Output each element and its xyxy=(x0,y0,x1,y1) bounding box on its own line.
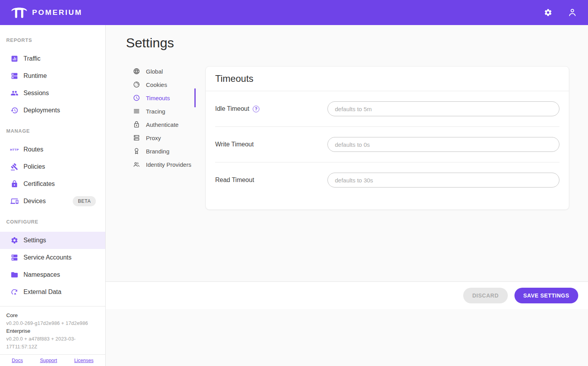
bar-chart-icon xyxy=(10,54,19,63)
timeouts-card: Timeouts Idle Timeout ? Write Timeout xyxy=(205,66,569,210)
sidebar-item-label: Policies xyxy=(23,163,45,170)
action-bar: DISCARD SAVE SETTINGS xyxy=(106,281,588,309)
section-label-reports: REPORTS xyxy=(6,38,99,45)
pomerium-logo[interactable]: POMERIUM xyxy=(11,6,83,19)
sidebar-links: Docs Support Licenses xyxy=(0,354,105,366)
beta-badge: BETA xyxy=(73,196,96,206)
people-icon xyxy=(10,89,19,97)
version-info: Core v0.20.0-269-g17d2e986 + 17d2e986 En… xyxy=(0,306,105,354)
sidebar-item-deployments[interactable]: Deployments xyxy=(0,102,105,119)
page-title: Settings xyxy=(126,35,588,50)
sidebar-item-label: Devices xyxy=(23,198,46,205)
sidebar-item-policies[interactable]: Policies xyxy=(0,158,105,175)
brand-name: POMERIUM xyxy=(32,8,83,17)
sidebar-item-traffic[interactable]: Traffic xyxy=(0,50,105,67)
sidebar-item-settings[interactable]: Settings xyxy=(0,232,105,249)
settings-nav-label: Timeouts xyxy=(146,95,170,101)
clock-icon xyxy=(133,94,140,102)
user-icon xyxy=(567,7,577,18)
core-version-value: v0.20.0-269-g17d2e986 + 17d2e986 xyxy=(6,319,99,327)
settings-nav-label: Proxy xyxy=(146,135,161,141)
history-icon xyxy=(10,106,19,115)
settings-nav-identity-providers[interactable]: Identity Providers xyxy=(133,158,196,171)
settings-nav-tracing[interactable]: Tracing xyxy=(133,105,196,118)
sidebar-item-external-data[interactable]: External Data xyxy=(0,283,105,301)
sidebar-item-devices[interactable]: Devices BETA xyxy=(0,193,105,210)
sidebar-item-label: Certificates xyxy=(23,180,55,188)
lock-outline-icon xyxy=(133,121,140,128)
read-timeout-label: Read Timeout xyxy=(215,177,254,184)
write-timeout-row: Write Timeout xyxy=(215,126,559,162)
settings-nav-timeouts[interactable]: Timeouts xyxy=(133,91,196,105)
sidebar-item-label: External Data xyxy=(23,288,61,296)
settings-nav-global[interactable]: Global xyxy=(133,65,196,78)
settings-nav-label: Identity Providers xyxy=(146,161,191,168)
sidebar-item-label: Settings xyxy=(23,237,46,244)
settings-nav-label: Authenticate xyxy=(146,121,178,128)
enterprise-version-value: v0.20.0 + a478f883 + 2023-03-17T11:57:12… xyxy=(6,335,99,351)
top-app-bar: POMERIUM xyxy=(0,0,588,25)
devices-icon xyxy=(10,197,19,206)
settings-nav-branding[interactable]: Branding xyxy=(133,144,196,158)
server-icon xyxy=(10,253,19,262)
server-icon xyxy=(10,72,19,80)
licenses-link[interactable]: Licenses xyxy=(74,358,94,363)
sidebar-item-service-accounts[interactable]: Service Accounts xyxy=(0,249,105,266)
settings-sub-nav: Global Cookies xyxy=(133,65,196,171)
sidebar-item-namespaces[interactable]: Namespaces xyxy=(0,266,105,283)
core-version-label: Core xyxy=(6,312,99,319)
save-settings-button[interactable]: SAVE SETTINGS xyxy=(514,288,578,303)
sidebar-item-label: Traffic xyxy=(23,55,41,62)
sidebar-item-certificates[interactable]: Certificates xyxy=(0,175,105,193)
sidebar-item-label: Deployments xyxy=(23,107,60,114)
pomerium-logo-icon xyxy=(11,6,27,19)
idle-timeout-label: Idle Timeout ? xyxy=(215,105,259,112)
idle-timeout-row: Idle Timeout ? xyxy=(206,91,569,126)
header-settings-button[interactable] xyxy=(543,7,554,18)
http-icon: HTTP xyxy=(10,145,19,154)
header-user-button[interactable] xyxy=(567,7,578,18)
main-content: Settings Global xyxy=(106,25,588,366)
gavel-icon xyxy=(10,162,19,171)
settings-nav-label: Cookies xyxy=(146,81,167,88)
read-timeout-input[interactable] xyxy=(327,173,559,188)
section-label-configure: CONFIGURE xyxy=(6,219,99,227)
section-label-manage: MANAGE xyxy=(6,128,99,136)
write-timeout-label: Write Timeout xyxy=(215,141,254,148)
enterprise-version-label: Enterprise xyxy=(6,327,99,335)
card-title: Timeouts xyxy=(215,73,559,84)
support-link[interactable]: Support xyxy=(40,358,57,363)
lock-icon xyxy=(10,180,19,188)
gear-icon xyxy=(544,8,552,17)
settings-nav-label: Branding xyxy=(146,148,169,155)
sidebar-item-label: Runtime xyxy=(23,72,47,79)
data-sync-icon xyxy=(10,288,19,296)
sidebar-item-routes[interactable]: HTTP Routes xyxy=(0,141,105,158)
settings-nav-label: Global xyxy=(146,68,163,75)
sidebar-item-label: Sessions xyxy=(23,90,49,97)
gear-icon xyxy=(10,236,19,245)
globe-icon xyxy=(133,67,140,75)
sidebar-item-label: Routes xyxy=(23,146,43,153)
settings-nav-cookies[interactable]: Cookies xyxy=(133,78,196,91)
settings-nav-proxy[interactable]: Proxy xyxy=(133,131,196,144)
cookie-icon xyxy=(133,81,140,88)
people-outline-icon xyxy=(133,160,140,168)
docs-link[interactable]: Docs xyxy=(12,358,23,363)
settings-nav-authenticate[interactable]: Authenticate xyxy=(133,118,196,131)
sidebar-item-label: Namespaces xyxy=(23,271,60,278)
sidebar-item-runtime[interactable]: Runtime xyxy=(0,67,105,85)
idle-timeout-input[interactable] xyxy=(327,101,559,116)
help-icon[interactable]: ? xyxy=(253,106,259,112)
stack-icon xyxy=(133,134,140,142)
ribbon-icon xyxy=(133,147,140,155)
settings-nav-label: Tracing xyxy=(146,108,165,115)
lines-icon xyxy=(133,107,140,115)
folder-icon xyxy=(10,270,19,279)
sidebar-item-sessions[interactable]: Sessions xyxy=(0,85,105,102)
sidebar-item-label: Service Accounts xyxy=(23,254,72,261)
read-timeout-row: Read Timeout xyxy=(215,162,559,209)
write-timeout-input[interactable] xyxy=(327,137,559,152)
discard-button[interactable]: DISCARD xyxy=(463,288,507,303)
sidebar: REPORTS Traffic Runtime Sessions xyxy=(0,25,106,366)
